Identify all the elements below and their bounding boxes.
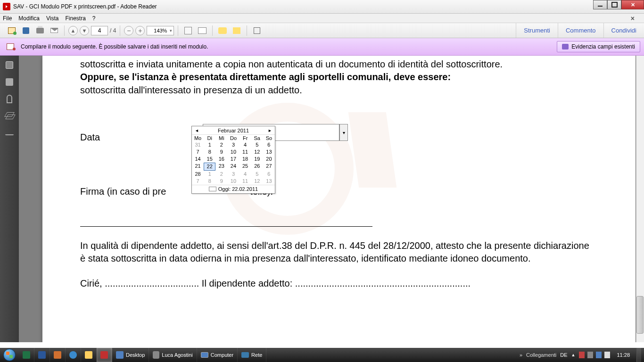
minimize-button[interactable] — [593, 0, 607, 9]
picker-day[interactable]: 2 — [215, 141, 227, 148]
taskbar-explorer[interactable] — [81, 348, 97, 362]
picker-day[interactable]: 8 — [204, 178, 215, 185]
picker-day[interactable]: 6 — [263, 171, 275, 178]
picker-day[interactable]: 15 — [204, 156, 215, 163]
picker-day[interactable]: 13 — [263, 178, 275, 185]
menu-view[interactable]: Vista — [46, 15, 58, 22]
taskbar-excel[interactable] — [19, 348, 34, 362]
picker-day[interactable]: 2 — [215, 171, 227, 178]
taskbar-desktop-item[interactable]: Desktop — [112, 348, 149, 362]
tray-volume-icon[interactable] — [604, 352, 610, 358]
picker-day[interactable]: 8 — [204, 148, 215, 156]
language-indicator[interactable]: DE — [560, 352, 567, 358]
picker-day[interactable]: 14 — [192, 156, 204, 163]
picker-day[interactable]: 3 — [227, 141, 239, 148]
sidepanel-pages[interactable] — [4, 76, 15, 88]
picker-day[interactable]: 22 — [204, 163, 215, 171]
picker-day[interactable]: 16 — [215, 156, 227, 163]
highlight-button[interactable] — [231, 25, 243, 37]
page-input[interactable] — [91, 26, 108, 35]
date-picker[interactable]: ◄ Februar 2011 ► MoDiMiDoFrSaSo 31123456… — [191, 126, 275, 194]
date-dropdown-button[interactable]: ▾ — [339, 124, 348, 141]
sidepanel-signatures[interactable] — [4, 127, 15, 139]
picker-next-button[interactable]: ► — [268, 128, 272, 133]
picker-day[interactable]: 3 — [227, 171, 239, 178]
taskbar-user-item[interactable]: Luca Agostini — [149, 348, 197, 362]
document-viewport[interactable]: sottoscritta e inviata unitamente a copi… — [19, 56, 644, 342]
picker-day[interactable]: 31 — [192, 141, 204, 148]
zoom-in-button[interactable]: + — [135, 26, 145, 35]
taskbar-network-item[interactable]: Rete — [238, 348, 266, 362]
picker-day[interactable]: 9 — [215, 178, 227, 185]
picker-day[interactable]: 7 — [192, 148, 204, 156]
menu-window[interactable]: Finestra — [66, 15, 86, 22]
picker-day[interactable]: 17 — [227, 156, 239, 163]
picker-day[interactable]: 5 — [251, 141, 263, 148]
sidepanel-attachments[interactable] — [4, 93, 15, 105]
picker-day[interactable]: 1 — [204, 171, 215, 178]
picker-day[interactable]: 20 — [263, 156, 275, 163]
show-desktop-button[interactable] — [636, 348, 641, 362]
tool1-button[interactable] — [182, 25, 194, 37]
sidepanel-thumbnails[interactable] — [4, 59, 15, 71]
tray-chevron[interactable]: ▲ — [571, 353, 576, 357]
taskbar-computer-item[interactable]: Computer — [197, 348, 238, 362]
highlight-fields-button[interactable]: Evidenzia campi esistenti — [557, 41, 640, 52]
email-button[interactable] — [48, 25, 60, 37]
zoom-select[interactable]: 143% — [147, 26, 174, 35]
taskbar-word[interactable] — [34, 348, 50, 362]
picker-day[interactable]: 4 — [239, 171, 251, 178]
picker-day[interactable]: 18 — [239, 156, 251, 163]
picker-day[interactable]: 5 — [251, 171, 263, 178]
picker-day[interactable]: 12 — [251, 148, 263, 156]
picker-today[interactable]: Oggi: 22.02.2011 — [192, 185, 275, 193]
taskbar-links[interactable]: Collegamenti — [520, 352, 556, 358]
picker-day[interactable]: 25 — [239, 163, 251, 171]
picker-day[interactable]: 9 — [215, 148, 227, 156]
picker-day[interactable]: 11 — [239, 178, 251, 185]
sidepanel-layers[interactable] — [4, 110, 15, 122]
menu-file[interactable]: File — [3, 15, 12, 22]
picker-day[interactable]: 10 — [227, 178, 239, 185]
tray-icon-3[interactable] — [596, 352, 602, 358]
tools-panel-button[interactable]: Strumenti — [516, 23, 558, 38]
save-button[interactable] — [20, 25, 32, 37]
menu-help[interactable]: ? — [92, 15, 96, 22]
clock[interactable]: 11:28 — [614, 352, 633, 358]
close-button[interactable]: ✕ — [621, 0, 644, 9]
taskbar-outlook[interactable] — [50, 348, 66, 362]
picker-day[interactable]: 27 — [263, 163, 275, 171]
picker-day[interactable]: 11 — [239, 148, 251, 156]
picker-day[interactable]: 1 — [204, 141, 215, 148]
menu-edit[interactable]: Modifica — [18, 15, 40, 22]
picker-day[interactable]: 24 — [227, 163, 239, 171]
tray-icon-1[interactable] — [579, 352, 585, 358]
menubar-close-icon[interactable]: × — [631, 15, 635, 22]
comment-panel-button[interactable]: Commento — [558, 23, 603, 38]
zoom-out-button[interactable]: − — [124, 26, 133, 35]
picker-prev-button[interactable]: ◄ — [195, 128, 199, 133]
page-up-button[interactable]: ▲ — [68, 26, 78, 35]
picker-day[interactable]: 6 — [263, 141, 275, 148]
picker-day[interactable]: 19 — [251, 156, 263, 163]
taskbar-ie[interactable] — [66, 348, 81, 362]
picker-day[interactable]: 26 — [251, 163, 263, 171]
maximize-button[interactable] — [607, 0, 621, 9]
expand-button[interactable] — [251, 25, 263, 37]
sign-button[interactable] — [196, 25, 208, 37]
picker-day[interactable]: 21 — [192, 163, 204, 171]
comment-button[interactable] — [216, 25, 229, 37]
picker-day[interactable]: 12 — [251, 178, 263, 185]
print-button[interactable] — [34, 25, 46, 37]
picker-day[interactable]: 10 — [227, 148, 239, 156]
page-down-button[interactable]: ▼ — [80, 26, 89, 35]
picker-day[interactable]: 23 — [215, 163, 227, 171]
tray-icon-2[interactable] — [587, 352, 593, 358]
share-panel-button[interactable]: Condividi — [603, 23, 644, 38]
picker-day[interactable]: 7 — [192, 178, 204, 185]
picker-day[interactable]: 28 — [192, 171, 204, 178]
picker-day[interactable]: 4 — [239, 141, 251, 148]
taskbar-adobe-active[interactable] — [97, 348, 112, 362]
scrollbar-thumb[interactable] — [636, 296, 644, 334]
picker-day[interactable]: 13 — [263, 148, 275, 156]
